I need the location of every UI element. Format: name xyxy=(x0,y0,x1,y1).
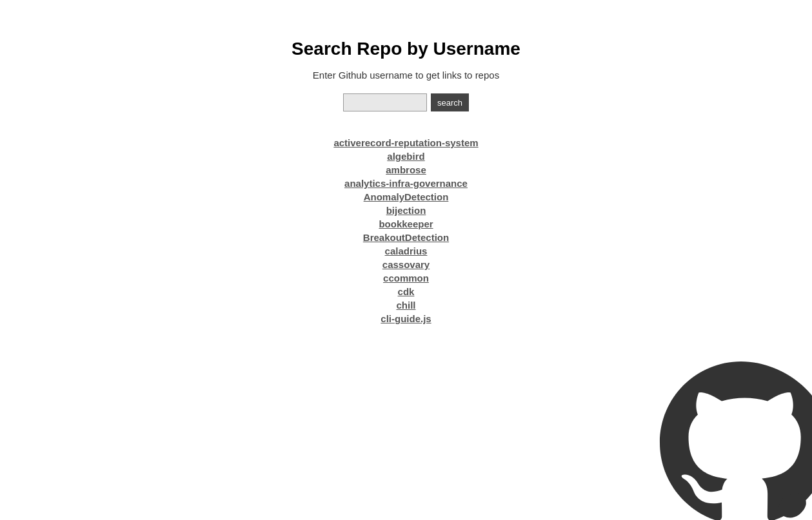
list-item[interactable]: activerecord-reputation-system xyxy=(333,137,478,148)
list-item[interactable]: bijection xyxy=(386,205,426,216)
github-logo xyxy=(651,352,812,520)
list-item[interactable]: ccommon xyxy=(383,273,429,284)
svg-point-0 xyxy=(710,448,728,473)
list-item[interactable]: cdk xyxy=(398,286,415,297)
svg-point-1 xyxy=(754,448,772,473)
list-item[interactable]: BreakoutDetection xyxy=(363,232,449,243)
main-content: Search Repo by Username Enter Github use… xyxy=(0,0,812,324)
repo-list: activerecord-reputation-systemalgebirdam… xyxy=(0,137,812,324)
list-item[interactable]: ambrose xyxy=(386,164,426,175)
list-item[interactable]: cli-guide.js xyxy=(381,313,431,324)
list-item[interactable]: algebird xyxy=(387,151,424,162)
subtitle: Enter Github username to get links to re… xyxy=(313,70,499,81)
page-title: Search Repo by Username xyxy=(292,39,520,59)
list-item[interactable]: caladrius xyxy=(385,246,428,256)
list-item[interactable]: cassovary xyxy=(382,259,430,270)
search-form: search xyxy=(343,93,469,111)
list-item[interactable]: chill xyxy=(396,300,415,311)
search-button[interactable]: search xyxy=(431,93,469,111)
list-item[interactable]: analytics-infra-governance xyxy=(344,178,468,189)
list-item[interactable]: bookkeeper xyxy=(379,218,433,229)
list-item[interactable]: AnomalyDetection xyxy=(364,191,449,202)
search-input[interactable] xyxy=(343,93,427,111)
